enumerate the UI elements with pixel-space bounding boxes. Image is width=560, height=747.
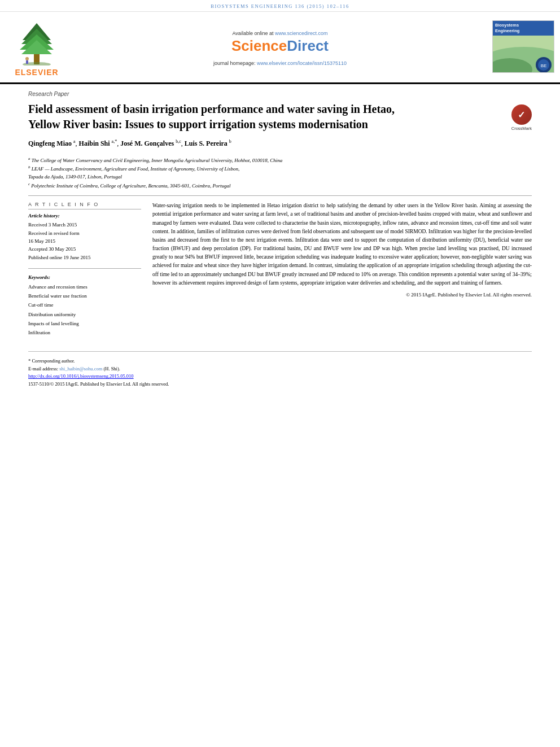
biosystems-cover-image: BE — [493, 36, 554, 72]
crossmark-block[interactable]: ✓ CrossMark — [511, 104, 532, 131]
elsevier-logo-block: ELSEVIER — [0, 18, 73, 82]
abstract-text: Water-saving irrigation needs to be impl… — [152, 202, 532, 287]
keyword-5: Impacts of land levelling — [28, 319, 141, 328]
keyword-4: Distribution uniformity — [28, 310, 141, 319]
biosystems-logo-block: Biosystems Engineering BE — [487, 18, 560, 82]
article-history-block: Article history: Received 3 March 2015 R… — [28, 213, 141, 261]
published-line: Published online 19 June 2015 — [28, 254, 141, 261]
keywords-block: Keywords: Advance and recession times Be… — [28, 274, 141, 337]
revised-line2: 16 May 2015 — [28, 237, 141, 245]
doi-link[interactable]: http://dx.doi.org/10.1016/j.biosystemsen… — [28, 373, 134, 379]
corresponding-author-note: * Corresponding author. — [28, 357, 532, 365]
article-type-label: Research Paper — [28, 91, 532, 97]
author-4: Luis S. Pereira — [185, 139, 228, 147]
article-info-column: A R T I C L E I N F O Article history: R… — [28, 202, 141, 337]
keywords-label: Keywords: — [28, 274, 141, 280]
keyword-3: Cut-off time — [28, 300, 141, 309]
author-1-sup: a — [73, 139, 76, 144]
svg-point-6 — [25, 57, 29, 60]
affiliation-b: b LEAF — Landscape, Environment, Agricul… — [28, 164, 532, 181]
svg-text:BE: BE — [541, 63, 547, 68]
page-header: ELSEVIER Available online at www.science… — [0, 12, 560, 84]
info-divider — [28, 268, 141, 269]
affiliation-a: a The College of Water Conservancy and C… — [28, 156, 532, 164]
journal-header-bar: BIOSYSTEMS ENGINEERING 136 (2015) 102–11… — [0, 0, 560, 12]
article-info-header: A R T I C L E I N F O — [28, 202, 141, 209]
crossmark-label: CrossMark — [511, 126, 532, 131]
copyright-line: © 2015 IAgrE. Published by Elsevier Ltd.… — [152, 292, 532, 298]
author-1: Qingfeng Miao — [28, 139, 72, 147]
article-title: Field assessment of basin irrigation per… — [28, 102, 406, 132]
history-label: Article history: — [28, 213, 141, 219]
main-content: Research Paper Field assessment of basin… — [0, 84, 560, 343]
available-online-text: Available online at www.sciencedirect.co… — [233, 30, 328, 36]
title-row: Field assessment of basin irrigation per… — [28, 102, 532, 138]
accepted-line: Accepted 30 May 2015 — [28, 245, 141, 253]
authors-line: Qingfeng Miao a, Haibin Shi a,*, José M.… — [28, 138, 532, 150]
elsevier-label: ELSEVIER — [15, 68, 58, 77]
svg-rect-7 — [26, 60, 28, 64]
email-line: E-mail address: shi_haibin@sohu.com (H. … — [28, 365, 532, 373]
sciencedirect-url[interactable]: www.sciencedirect.com — [275, 30, 328, 36]
affiliation-c: c Polytechnic Institute of Coimbra, Coll… — [28, 181, 532, 190]
issn-line: 1537-5110/© 2015 IAgrE. Published by Els… — [28, 381, 532, 388]
abstract-column: Water-saving irrigation needs to be impl… — [152, 202, 532, 337]
author-3: José M. Gonçalves — [120, 139, 174, 147]
author-3-sup: b,c — [176, 139, 181, 144]
journal-homepage-text: journal homepage: www.elsevier.com/locat… — [213, 60, 347, 66]
affiliations-block: a The College of Water Conservancy and C… — [28, 156, 532, 190]
author-2: Haibin Shi — [79, 139, 110, 147]
keyword-2: Beneficial water use fraction — [28, 291, 141, 300]
author-4-sup: b — [229, 139, 231, 144]
journal-citation: BIOSYSTEMS ENGINEERING 136 (2015) 102–11… — [211, 3, 349, 9]
biosystems-header: Biosystems Engineering — [493, 21, 554, 36]
journal-homepage-url[interactable]: www.elsevier.com/locate/issn/15375110 — [257, 60, 347, 66]
header-center-block: Available online at www.sciencedirect.co… — [73, 18, 487, 82]
keyword-1: Advance and recession times — [28, 282, 141, 291]
doi-line: http://dx.doi.org/10.1016/j.biosystemsen… — [28, 373, 532, 381]
email-link[interactable]: shi_haibin@sohu.com — [59, 366, 102, 372]
keyword-6: Infiltration — [28, 328, 141, 337]
elsevier-tree-icon — [11, 20, 62, 65]
received-line: Received 3 March 2015 — [28, 221, 141, 229]
sciencedirect-logo: ScienceDirect — [231, 37, 329, 55]
biosystems-cover-svg: BE — [493, 36, 554, 72]
revised-line: Received in revised form — [28, 229, 141, 237]
footer: * Corresponding author. E-mail address: … — [28, 351, 532, 394]
author-2-sup: a,* — [112, 139, 117, 144]
crossmark-icon: ✓ — [511, 104, 532, 125]
biosystems-box: Biosystems Engineering BE — [492, 20, 554, 73]
section-divider — [28, 195, 532, 196]
two-column-layout: A R T I C L E I N F O Article history: R… — [28, 202, 532, 337]
